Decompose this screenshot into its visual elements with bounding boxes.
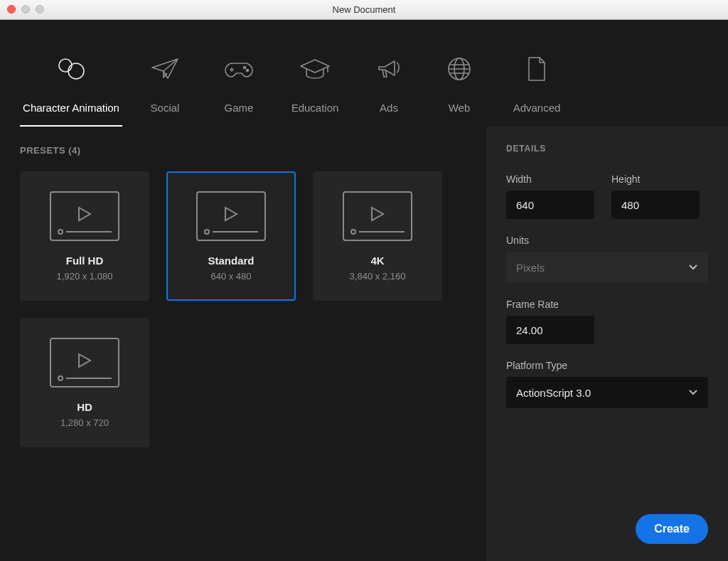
svg-rect-10 (197, 192, 265, 240)
megaphone-icon (372, 52, 406, 86)
tab-education[interactable]: Education (276, 41, 354, 127)
minimize-window-button[interactable] (21, 5, 30, 14)
preset-card-4k[interactable]: 4K 3,840 x 2,160 (313, 171, 442, 301)
tab-label: Advanced (513, 102, 561, 114)
svg-rect-18 (50, 338, 119, 387)
width-input[interactable] (506, 191, 594, 219)
height-input[interactable] (611, 191, 700, 219)
preset-name: HD (77, 401, 92, 413)
tab-character-animation[interactable]: Character Animation (14, 41, 128, 127)
details-pane: DETAILS Width Height Units Pixels (486, 127, 728, 561)
graduation-cap-icon (298, 52, 332, 86)
svg-rect-6 (50, 192, 119, 240)
tab-web[interactable]: Web (424, 41, 495, 127)
tab-label: Education (291, 102, 339, 114)
svg-point-20 (58, 376, 63, 380)
gamepad-icon (222, 52, 256, 86)
units-select: Pixels (506, 252, 708, 283)
video-preset-icon (49, 337, 120, 388)
framerate-label: Frame Rate (506, 299, 708, 310)
platform-type-label: Platform Type (506, 360, 708, 371)
tab-label: Ads (380, 102, 398, 114)
svg-point-12 (205, 230, 209, 234)
character-animation-icon (54, 52, 88, 86)
details-heading: DETAILS (506, 144, 708, 154)
globe-icon (442, 52, 476, 86)
svg-rect-14 (343, 192, 412, 240)
preset-card-standard[interactable]: Standard 640 x 480 (166, 171, 296, 301)
svg-marker-19 (79, 354, 90, 367)
svg-point-1 (68, 63, 84, 79)
preset-dimensions: 1,920 x 1,080 (57, 271, 113, 282)
chevron-down-icon (688, 264, 698, 271)
units-label: Units (506, 235, 708, 246)
svg-marker-7 (79, 208, 90, 220)
presets-heading: PRESETS (4) (20, 145, 469, 156)
svg-point-3 (247, 70, 249, 72)
preset-card-full-hd[interactable]: Full HD 1,920 x 1,080 (20, 171, 149, 301)
titlebar: New Document (0, 0, 728, 20)
svg-point-0 (59, 59, 72, 72)
document-icon (520, 52, 554, 86)
preset-dimensions: 3,840 x 2,160 (350, 271, 406, 282)
video-preset-icon (49, 191, 120, 242)
preset-name: Full HD (66, 255, 104, 267)
video-preset-icon (342, 191, 413, 242)
preset-card-hd[interactable]: HD 1,280 x 720 (20, 318, 149, 447)
tab-label: Character Animation (23, 102, 119, 114)
paper-plane-icon (148, 52, 182, 86)
tab-label: Game (225, 102, 254, 114)
height-label: Height (611, 173, 700, 185)
tab-social[interactable]: Social (128, 41, 202, 127)
svg-marker-15 (372, 208, 383, 220)
preset-grid: Full HD 1,920 x 1,080 Standard 640 x 480 (20, 171, 469, 447)
close-window-button[interactable] (7, 5, 16, 14)
width-label: Width (506, 173, 594, 185)
presets-pane: PRESETS (4) Full HD 1,920 x 1,080 (0, 127, 486, 561)
units-value: Pixels (516, 262, 545, 274)
video-preset-icon (196, 191, 267, 242)
tab-advanced[interactable]: Advanced (495, 41, 579, 127)
svg-point-8 (58, 230, 63, 234)
svg-marker-11 (225, 208, 237, 220)
platform-type-select[interactable]: ActionScript 3.0 (506, 377, 708, 408)
tab-ads[interactable]: Ads (354, 41, 424, 127)
tab-game[interactable]: Game (202, 41, 276, 127)
preset-name: 4K (370, 255, 384, 267)
preset-dimensions: 640 x 480 (210, 271, 251, 282)
platform-type-value: ActionScript 3.0 (516, 387, 591, 399)
svg-point-2 (244, 67, 246, 69)
create-button[interactable]: Create (636, 514, 708, 544)
tab-label: Web (449, 102, 471, 114)
tab-label: Social (151, 102, 180, 114)
chevron-down-icon (688, 389, 698, 396)
svg-point-16 (351, 230, 355, 234)
framerate-input[interactable] (506, 316, 594, 344)
preset-name: Standard (208, 255, 254, 267)
window-title: New Document (333, 4, 396, 15)
preset-dimensions: 1,280 x 720 (60, 417, 109, 428)
category-tabs: Character Animation Social (0, 20, 728, 127)
window-controls (7, 5, 44, 14)
zoom-window-button[interactable] (36, 5, 44, 14)
